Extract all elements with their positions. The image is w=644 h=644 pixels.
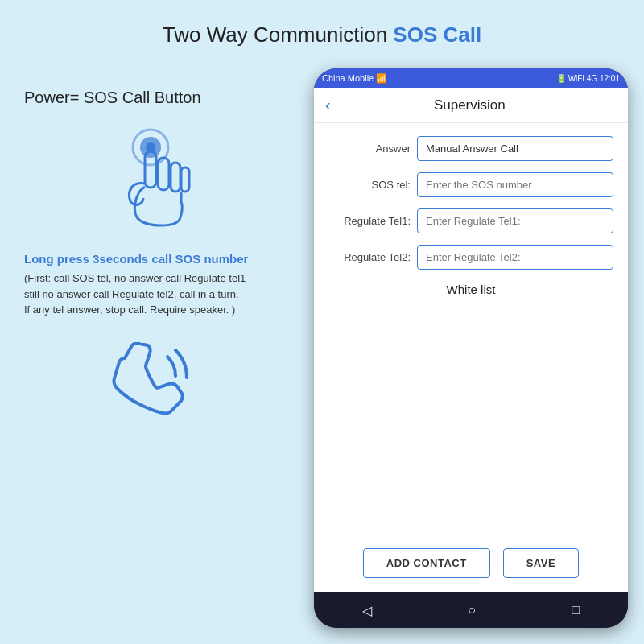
svg-rect-5: [171, 163, 180, 192]
page-title: Two Way Communiction SOS Call: [0, 0, 644, 64]
phone-screen: ‹ Supervision Answer SOS tel: Regulate T…: [314, 88, 628, 592]
finger-press-icon: [16, 123, 290, 228]
signal-icon: 📶: [376, 73, 387, 84]
long-press-desc: (First: call SOS tel, no answer call Reg…: [24, 270, 290, 318]
wifi-icon: WiFi: [568, 74, 584, 83]
regulate-tel2-label: Regulate Tel2:: [328, 251, 417, 263]
form-area: Answer SOS tel: Regulate Tel1: Regulate …: [314, 123, 628, 535]
back-nav-button[interactable]: ◁: [362, 603, 372, 618]
whitelist-divider: [328, 303, 613, 303]
carrier-name: China Mobile: [322, 73, 374, 83]
whitelist-title: White list: [328, 283, 613, 296]
phone-mockup: China Mobile 📶 🔋 WiFi 4G 12:01 ‹ Supervi…: [314, 68, 628, 628]
status-bar: China Mobile 📶 🔋 WiFi 4G 12:01: [314, 68, 628, 88]
back-button[interactable]: ‹: [325, 96, 331, 114]
sos-tel-row: SOS tel:: [328, 172, 613, 197]
time-display: 12:01: [600, 74, 620, 83]
call-icon: [16, 342, 290, 431]
answer-input[interactable]: [417, 136, 613, 161]
status-icons: 🔋 WiFi 4G 12:01: [556, 74, 620, 83]
regulate-tel1-row: Regulate Tel1:: [328, 208, 613, 233]
title-prefix: Two Way Communiction: [163, 23, 394, 47]
regulate-tel1-label: Regulate Tel1:: [328, 215, 417, 227]
svg-rect-6: [181, 167, 189, 192]
regulate-tel2-row: Regulate Tel2:: [328, 245, 613, 270]
answer-label: Answer: [328, 142, 417, 155]
answer-row: Answer: [328, 136, 613, 161]
network-icon: 4G: [587, 74, 597, 83]
bottom-nav: ◁ ○ □: [314, 592, 628, 628]
recent-nav-button[interactable]: □: [572, 603, 580, 617]
save-button[interactable]: SAVE: [503, 548, 579, 578]
sos-tel-input[interactable]: [417, 172, 613, 197]
power-label: Power= SOS Call Button: [24, 89, 290, 107]
add-contact-button[interactable]: ADD CONTACT: [363, 548, 490, 578]
button-row: ADD CONTACT SAVE: [314, 535, 628, 592]
screen-title: Supervision: [339, 97, 617, 114]
sos-tel-label: SOS tel:: [328, 179, 417, 191]
regulate-tel2-input[interactable]: [417, 245, 613, 270]
long-press-text: Long press 3seconds call SOS number: [24, 252, 290, 266]
home-nav-button[interactable]: ○: [468, 603, 476, 617]
battery-icon: 🔋: [556, 74, 566, 83]
carrier: China Mobile 📶: [322, 73, 387, 84]
title-highlight: SOS Call: [393, 23, 481, 47]
left-panel: Power= SOS Call Button: [16, 89, 290, 431]
nav-bar: ‹ Supervision: [314, 88, 628, 123]
regulate-tel1-input[interactable]: [417, 208, 613, 233]
